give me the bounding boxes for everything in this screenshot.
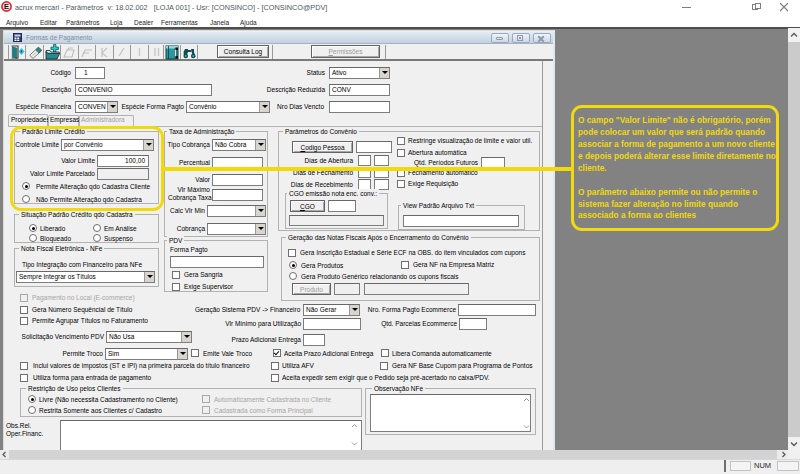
svg-text:E: E — [4, 2, 9, 11]
